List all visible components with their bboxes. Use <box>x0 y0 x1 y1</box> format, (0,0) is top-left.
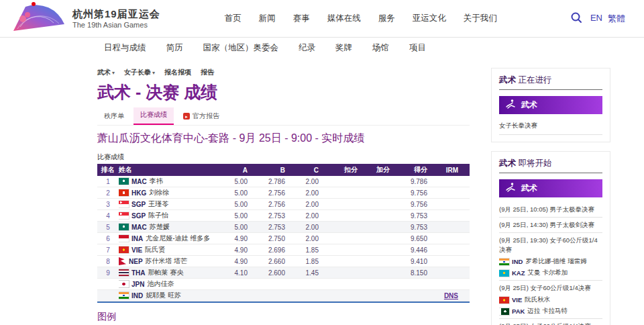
games-fan-logo-icon <box>9 1 66 36</box>
upcoming-event: (9月 25日) 女子60公斤级1/4决赛 TKM戈泽尔 拉赫梅多娃 IRI莎赫… <box>499 319 602 325</box>
table-caption: 比赛成绩 <box>97 152 470 162</box>
breadcrumb-report-link[interactable]: 报告 <box>201 68 214 77</box>
tab-official-report[interactable]: 官方报告 <box>176 109 226 125</box>
breadcrumb: 武术 女子长拳 报名报项 报告 <box>97 68 470 77</box>
flag-icon <box>119 246 129 253</box>
table-row: 2 HKG刘徐徐 5.002.7562.009.756 <box>97 187 470 199</box>
legend-title: 图例 <box>97 311 470 323</box>
nav-competition[interactable]: 赛事 <box>293 13 310 24</box>
upcoming-athlete: KAZ艾曼 卡尔希加 <box>499 269 602 277</box>
breadcrumb-entries-link[interactable]: 报名报项 <box>164 68 191 77</box>
flag-icon <box>119 201 129 207</box>
upcoming-event-link[interactable]: (9月 25日) 女子60公斤级1/4决赛 <box>499 322 602 325</box>
wushu-pictogram-icon <box>505 99 516 111</box>
page-title: 武术 - 决赛 成绩 <box>97 81 470 103</box>
flag-icon <box>119 257 126 265</box>
table-row: 8 NEP苏什米塔 塔芒 4.902.6601.859.410 <box>97 256 470 267</box>
lang-en-link[interactable]: EN <box>590 13 602 25</box>
flag-icon <box>119 292 129 299</box>
nav-services[interactable]: 服务 <box>378 13 395 24</box>
upcoming-athlete: PAK迈拉 卡拉马特 <box>499 307 602 316</box>
flag-icon <box>119 189 129 196</box>
site-logo[interactable]: 杭州第19届亚运会 The 19th Asian Games <box>9 1 160 36</box>
nav-news[interactable]: 新闻 <box>259 13 276 24</box>
col-deduction: 扣分 <box>323 165 362 175</box>
table-row: 9 THA那帕莱 赛央 4.102.6001.458.150 <box>97 267 470 279</box>
live-now-panel: 武术 正在进行 武术 女子长拳决赛 <box>491 68 610 142</box>
upcoming-event: (9月 25日, 10:05) 男子太极拳决赛 <box>499 202 602 218</box>
site-title-cn: 杭州第19届亚运会 <box>72 8 160 21</box>
lang-tc-link[interactable]: 繁體 <box>608 13 625 25</box>
report-file-icon <box>183 113 190 120</box>
results-table: 排名 姓名 A B C 扣分 加分 得分 IRM 1 MAC李祎 5.002.7… <box>97 164 470 303</box>
col-bonus: 加分 <box>362 165 394 175</box>
upcoming-event-link[interactable]: (9月 25日, 10:05) 男子太极拳决赛 <box>499 205 602 214</box>
live-now-heading: 武术 正在进行 <box>499 75 602 90</box>
upcoming-event-link[interactable]: (9月 25日, 14:30) 男子太极剑决赛 <box>499 220 602 230</box>
table-row: JPN池内佳奈 <box>97 279 470 290</box>
table-row: IND妮耶曼 旺苏 DNS <box>97 290 470 301</box>
flag-icon <box>499 297 509 304</box>
upcoming-panel: 武术 即将开始 武术 (9月 25日, 10:05) 男子太极拳决赛 (9月 2… <box>491 151 610 325</box>
subnav-venues[interactable]: 场馆 <box>372 42 389 54</box>
upcoming-heading: 武术 即将开始 <box>499 158 602 173</box>
col-c: C <box>289 167 323 174</box>
upcoming-athlete: VIE阮氏秋水 <box>499 295 602 304</box>
top-header: 杭州第19届亚运会 The 19th Asian Games 首页 新闻 赛事 … <box>0 0 644 38</box>
venue-session-line: 萧山瓜沥文化体育中心-套路 - 9月 25日 - 9:00 - 实时成绩 <box>97 132 470 146</box>
subnav-schedule-results[interactable]: 日程与成绩 <box>104 42 146 54</box>
wushu-sport-card[interactable]: 武术 <box>499 179 602 197</box>
breadcrumb-event-dropdown[interactable]: 女子长拳 <box>124 68 155 77</box>
breadcrumb-sport-dropdown[interactable]: 武术 <box>97 68 115 77</box>
nav-home[interactable]: 首页 <box>225 13 241 24</box>
upcoming-athlete: IND罗希比娜-德维 瑙雷姆 <box>499 257 602 266</box>
flag-icon <box>499 308 509 315</box>
subnav-sports[interactable]: 项目 <box>409 42 426 54</box>
subnav-profiles[interactable]: 简历 <box>166 42 183 54</box>
upcoming-event: (9月 25日, 14:30) 男子太极剑决赛 <box>499 218 602 233</box>
result-tabs: 秩序单 比赛成绩 官方报告 <box>97 107 470 126</box>
table-row: 6 INA尤金尼娅-迪娃 维多多 4.902.7502.009.650 <box>97 233 470 244</box>
chevron-down-icon <box>111 68 115 76</box>
flag-icon <box>499 259 509 265</box>
main-nav: 首页 新闻 赛事 媒体在线 服务 亚运文化 关于我们 <box>225 13 497 24</box>
flag-icon <box>119 235 129 242</box>
wushu-sport-card[interactable]: 武术 <box>499 96 602 114</box>
flag-icon <box>119 212 129 219</box>
live-event-link[interactable]: 女子长拳决赛 <box>499 119 602 135</box>
table-row: 5 MAC苏楚媛 5.002.7532.009.753 <box>97 222 470 233</box>
wushu-pictogram-icon <box>505 182 516 195</box>
site-title-en: The 19th Asian Games <box>72 21 160 29</box>
table-row: 4 SGP陈子怡 5.002.7532.009.753 <box>97 210 470 222</box>
nav-culture[interactable]: 亚运文化 <box>413 13 446 24</box>
upcoming-event-link[interactable]: (9月 25日) 女子60公斤级1/4决赛 <box>499 283 602 293</box>
flag-icon <box>119 224 129 230</box>
tab-order-list[interactable]: 秩序单 <box>97 109 131 125</box>
flag-icon <box>119 178 129 185</box>
col-score: 得分 <box>394 165 431 175</box>
col-b: B <box>252 167 289 174</box>
col-rank: 排名 <box>97 165 119 175</box>
upcoming-event-link[interactable]: (9月 25日, 19:30) 女子60公斤级1/4决赛 <box>499 236 602 254</box>
chevron-down-icon <box>151 68 155 76</box>
search-icon <box>570 11 582 26</box>
flag-icon <box>499 270 509 277</box>
search-button[interactable] <box>570 11 582 26</box>
subnav-medals[interactable]: 奖牌 <box>335 42 352 54</box>
col-a: A <box>221 167 252 174</box>
nav-about[interactable]: 关于我们 <box>464 13 497 24</box>
secondary-nav: 日程与成绩 简历 国家（地区）奥委会 纪录 奖牌 场馆 项目 <box>0 38 644 58</box>
table-row: 3 SGP王瑾苓 5.002.7562.009.756 <box>97 199 470 210</box>
table-row: 7 VIE阮氏贤 4.902.6961.859.446 <box>97 244 470 256</box>
table-row: 1 MAC李祎 5.002.7862.009.786 <box>97 176 470 187</box>
col-name: 姓名 <box>119 165 221 175</box>
upcoming-event: (9月 25日, 19:30) 女子60公斤级1/4决赛 IND罗希比娜-德维 … <box>499 233 602 281</box>
subnav-nocs[interactable]: 国家（地区）奥委会 <box>203 42 279 54</box>
dns-link[interactable]: DNS <box>444 292 458 299</box>
tab-results[interactable]: 比赛成绩 <box>133 107 174 125</box>
nav-media[interactable]: 媒体在线 <box>327 13 361 24</box>
subnav-records[interactable]: 纪录 <box>299 42 315 54</box>
col-irm: IRM <box>431 167 462 174</box>
flag-icon <box>119 269 129 276</box>
flag-icon <box>119 281 129 287</box>
